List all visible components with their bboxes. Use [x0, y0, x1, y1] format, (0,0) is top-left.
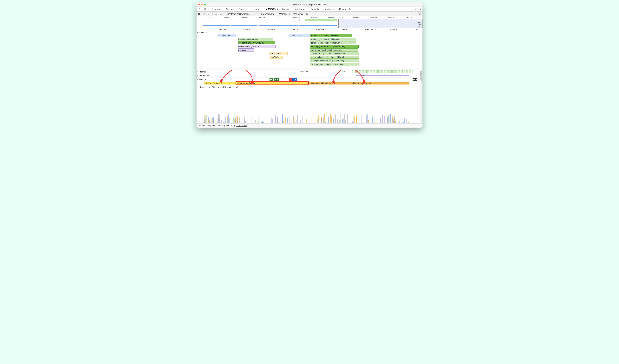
memory-checkbox[interactable]: Memory [276, 13, 287, 15]
overview-tick: 1494 ms [241, 16, 248, 18]
overview-tick: 4994 ms [353, 16, 360, 18]
timeline-ruler[interactable]: 494 ms994 ms1494 ms1994 ms2494 ms2994 ms… [197, 28, 422, 31]
frame-duration-label: 1050.0 ms [299, 70, 308, 73]
tab-performance[interactable]: Performance [262, 7, 280, 11]
network-request[interactable]: paris.jpg (localhost.philipwalton.dev) [310, 63, 359, 66]
record-icon[interactable] [198, 13, 200, 15]
disclosure-icon [197, 71, 198, 72]
network-request[interactable]: opensans-latin-700.woff2 (l... [238, 41, 275, 44]
disclosure-icon [197, 32, 199, 33]
ruler-tick: 494 ms [219, 28, 226, 30]
overview-tick: 4 ms [339, 16, 343, 18]
overview-tick: 3994 ms [328, 16, 335, 18]
blocking-time-label: Total blocking time: 0.00ms (estimated) [198, 124, 235, 127]
learn-more-link[interactable]: Learn more [236, 124, 246, 127]
tab-sources[interactable]: Sources [237, 7, 250, 11]
main-label: Main — https://localhost.philipwalton.de… [199, 86, 238, 88]
ruler-tick: 44 [416, 28, 418, 30]
overview-tick: 2494 ms [276, 16, 282, 18]
overview-tick: 1994 ms [258, 16, 265, 18]
ruler-tick: 1994 ms [292, 28, 300, 30]
main-thread-row[interactable]: Main — https://localhost.philipwalton.de… [197, 85, 422, 123]
interactions-row[interactable]: Interactions Animation [197, 74, 422, 78]
disclosure-icon [197, 75, 198, 76]
ruler-tick: 994 ms [243, 28, 250, 30]
disclosure-icon [197, 79, 199, 80]
tab-elements[interactable]: Elements [210, 7, 224, 11]
network-request[interactable]: amsterdam.jpg (localhost.philipwalton...… [310, 52, 359, 55]
chevron-down-icon: ▾ [252, 13, 253, 15]
tab-lighthouse[interactable]: Lighthouse [321, 7, 337, 11]
network-request[interactable]: venice.jpg (localhost.philipwalton.dev) [310, 45, 358, 48]
settings-icon[interactable] [414, 7, 418, 11]
minimize-icon[interactable] [201, 4, 203, 5]
download-icon[interactable] [220, 12, 222, 15]
tab-security[interactable]: Security [309, 7, 321, 11]
inspect-icon[interactable] [198, 7, 203, 11]
lcp-segment[interactable]: Time to first byte [204, 82, 236, 84]
overview-ruler[interactable]: 494 ms994 ms1494 ms1994 ms2494 ms2994 ms… [197, 16, 422, 28]
network-request[interactable]: main.js (local... [269, 52, 288, 55]
splitter[interactable]: ⋯ [197, 68, 422, 70]
recording-select[interactable]: localhost.philipwalton.... ▾ [227, 13, 253, 15]
overview-tick: 5994 ms [388, 16, 394, 18]
network-section-header[interactable]: Network [197, 31, 422, 34]
upload-icon[interactable] [215, 12, 217, 15]
more-icon[interactable] [418, 7, 422, 11]
svg-point-3 [420, 8, 421, 8]
network-request[interactable]: london.jpg (localhost.philipwalto... [310, 38, 356, 41]
zoom-icon[interactable] [204, 4, 206, 5]
overview-tick: 3494 ms [310, 16, 317, 18]
overview-tick: 44 [337, 16, 338, 18]
lcp-segment[interactable]: Resource load duration [309, 82, 351, 84]
timing-badge-fp[interactable]: FP [269, 78, 273, 81]
window-controls[interactable] [198, 4, 206, 5]
panel-settings-icon[interactable] [418, 12, 421, 15]
network-request[interactable]: tokyo.jpg (localhost.philipwalton.dev) [310, 59, 359, 62]
network-waterfall[interactable]: localhost.phi...opensans-latin-400.w...o… [197, 34, 422, 68]
network-request[interactable]: opensans-latin-400.w... [238, 38, 273, 41]
overview-tick: 494 ms [206, 16, 212, 18]
timing-badge-dcl[interactable]: DCL [292, 78, 297, 81]
lcp-segment[interactable]: Resource load delay [236, 82, 309, 84]
timing-badge-l[interactable]: L [289, 78, 292, 81]
network-request[interactable]: london.jpg (localhost.philipwalto... [310, 34, 352, 37]
network-request[interactable]: sydney.jpg (localhost.philipwalton... [310, 48, 358, 52]
network-request[interactable]: bootstrap.css (localhos... [238, 45, 276, 48]
overview-tick: 994 ms [224, 16, 230, 18]
network-request[interactable]: localhost.phi... [218, 34, 236, 37]
network-request[interactable]: san-francisco.jpg (localhost.philipwalt.… [310, 56, 359, 59]
timing-badge-fcp[interactable]: FCP [274, 78, 279, 81]
devtools-window: DevTools - localhost.philipwalton.dev/ E… [197, 2, 422, 127]
network-request[interactable]: main.css ... [238, 48, 254, 52]
device-mode-icon[interactable] [203, 7, 208, 11]
flame-chart-area[interactable]: Frames 1050.0 ms500.0 ms Interactions An… [197, 70, 422, 123]
network-request[interactable]: photos.json (lo... [289, 34, 311, 37]
tab-application[interactable]: Application [293, 7, 309, 11]
ruler-tick: 3994 ms [389, 28, 397, 30]
trash-icon[interactable] [306, 12, 308, 15]
tab-console[interactable]: Console [224, 7, 237, 11]
svg-point-7 [419, 13, 420, 14]
network-request[interactable]: perf.js (l... [270, 56, 283, 59]
timings-row[interactable]: Timings Time to first byteResource load … [197, 78, 422, 85]
overview-tick: 2994 ms [293, 16, 300, 18]
svg-rect-1 [205, 9, 206, 10]
tab-recorder[interactable]: Recorder⚗ [337, 7, 353, 11]
tab-network[interactable]: Network [250, 7, 262, 11]
disclosure-icon [197, 87, 199, 88]
tab-memory[interactable]: Memory [280, 7, 293, 11]
reload-icon[interactable] [203, 12, 205, 15]
network-request[interactable]: bangkok.jpg (localhost.philipwalt... [310, 41, 356, 44]
overview-tick: 6494 ms [405, 16, 412, 18]
panel-tabs: ElementsConsoleSourcesNetworkPerformance… [197, 7, 422, 12]
close-icon[interactable] [198, 4, 200, 5]
frames-row[interactable]: Frames 1050.0 ms500.0 ms [197, 70, 422, 74]
ruler-tick: 2994 ms [340, 28, 348, 30]
webvitals-checkbox[interactable]: Web Vitals [290, 13, 303, 15]
timing-badge-lcp[interactable]: LCP [413, 78, 417, 81]
clear-icon[interactable] [208, 12, 210, 15]
svg-point-5 [420, 9, 421, 10]
screenshots-checkbox[interactable]: Screenshots [258, 13, 274, 15]
lcp-segment[interactable]: Element render delay [351, 82, 409, 84]
